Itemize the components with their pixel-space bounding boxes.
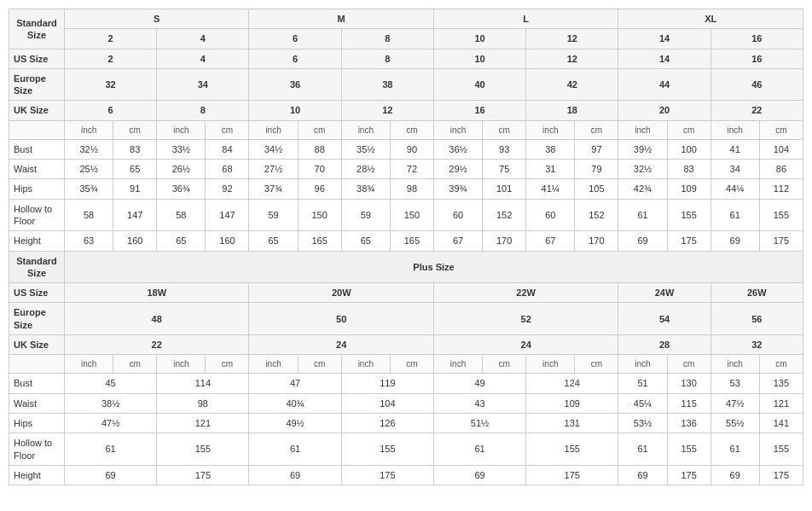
bust-inch-7: 39½ [618, 139, 667, 159]
bust-inch-2: 33½ [157, 139, 206, 159]
plus-hips-cm-2: 126 [341, 413, 433, 433]
unit-cm-8: cm [759, 120, 803, 139]
us-16: 16 [710, 29, 803, 49]
plus-waist-inch-4: 45¼ [618, 393, 667, 413]
plus-unit-cm-2: cm [206, 355, 249, 374]
plus-hips-inch-1: 47½ [65, 413, 157, 433]
standard-header-row: Standard Size S M L XL [9, 9, 803, 29]
plus-hollow-inch-2: 61 [249, 433, 341, 466]
hollow-inch-6: 60 [526, 199, 575, 231]
us-14: 14 [618, 29, 710, 49]
hips-label: Hips [9, 179, 65, 199]
us-val-6: 6 [249, 49, 341, 68]
plus-unit-inch-4: inch [341, 355, 390, 374]
plus-size-label: Plus Size [65, 251, 803, 283]
waist-cm-3: 70 [298, 160, 341, 179]
height-cm-6: 170 [575, 231, 618, 251]
plus-height-cm-4: 175 [667, 465, 710, 485]
plus-waist-inch-5: 47½ [710, 393, 759, 413]
plus-bust-cm-5: 135 [759, 374, 803, 393]
unit-cm-2: cm [206, 120, 249, 139]
us-val-10: 10 [433, 49, 525, 68]
bust-cm-1: 83 [113, 139, 157, 159]
height-inch-6: 67 [526, 231, 575, 251]
plus-eu-48: 48 [65, 303, 249, 335]
plus-unit-inch-8: inch [710, 355, 759, 374]
waist-inch-7: 32½ [618, 160, 667, 179]
us-val-16: 16 [710, 49, 803, 68]
bust-inch-1: 32½ [65, 139, 113, 159]
bust-inch-6: 38 [526, 139, 575, 159]
hips-cm-7: 109 [667, 179, 710, 199]
height-cm-5: 170 [483, 231, 526, 251]
uk-16: 16 [433, 101, 525, 120]
plus-bust-cm-3: 124 [526, 374, 618, 393]
plus-unit-cm-3: cm [298, 355, 341, 374]
unit-cm-6: cm [575, 120, 618, 139]
hollow-inch-1: 58 [65, 199, 113, 231]
plus-height-cm-2: 175 [341, 465, 433, 485]
plus-waist-inch-2: 40¾ [249, 393, 341, 413]
bust-row: Bust 32½ 83 33½ 84 34½ 88 35½ 90 36½ 93 … [9, 139, 803, 159]
l-size-header: L [433, 9, 618, 29]
plus-section-header: Standard Size Plus Size [9, 251, 803, 283]
waist-row: Waist 25½ 65 26½ 68 27½ 70 28½ 72 29½ 75… [9, 160, 803, 179]
plus-bust-label: Bust [9, 374, 65, 393]
plus-waist-inch-1: 38½ [65, 393, 157, 413]
unit-cm-1: cm [113, 120, 157, 139]
hollow-cm-3: 150 [298, 199, 341, 231]
plus-uk-24: 24 [249, 335, 433, 355]
hollow-inch-7: 61 [618, 199, 667, 231]
hips-inch-1: 35¾ [65, 179, 113, 199]
bust-cm-8: 104 [759, 139, 803, 159]
plus-uk-32: 32 [710, 335, 803, 355]
s-size-header: S [65, 9, 249, 29]
waist-cm-4: 72 [390, 160, 433, 179]
plus-europe-size-row: Europe Size 48 50 52 54 56 [9, 303, 803, 335]
hips-row: Hips 35¾ 91 36¾ 92 37¾ 96 38¾ 98 39¾ 101… [9, 179, 803, 199]
plus-us-18w: 18W [65, 283, 249, 303]
bust-cm-7: 100 [667, 139, 710, 159]
plus-waist-label: Waist [9, 393, 65, 413]
plus-hollow-cm-2: 155 [341, 433, 433, 466]
plus-hollow-inch-5: 61 [710, 433, 759, 466]
us-val-2: 2 [65, 49, 157, 68]
waist-cm-8: 86 [759, 160, 803, 179]
uk-20: 20 [618, 101, 710, 120]
plus-uk-24b: 24 [433, 335, 618, 355]
eu-34: 34 [157, 68, 249, 101]
hips-inch-8: 44¼ [710, 179, 759, 199]
plus-unit-row: inch cm inch cm inch cm inch cm inch cm … [9, 355, 803, 374]
plus-height-cm-3: 175 [526, 465, 618, 485]
height-cm-8: 175 [759, 231, 803, 251]
bust-cm-3: 88 [298, 139, 341, 159]
uk-18: 18 [526, 101, 618, 120]
unit-cm-5: cm [483, 120, 526, 139]
us-2: 2 [65, 29, 157, 49]
plus-unit-cm-5: cm [483, 355, 526, 374]
hollow-inch-5: 60 [433, 199, 482, 231]
us-6: 6 [249, 29, 341, 49]
plus-uk-22: 22 [65, 335, 249, 355]
hollow-cm-7: 155 [667, 199, 710, 231]
plus-hollow-cm-5: 155 [759, 433, 803, 466]
plus-uk-size-row: UK Size 22 24 24 28 32 [9, 335, 803, 355]
height-inch-2: 65 [157, 231, 206, 251]
plus-us-26w: 26W [710, 283, 803, 303]
plus-unit-cm-8: cm [759, 355, 803, 374]
unit-inch-8: inch [710, 120, 759, 139]
plus-unit-inch-3: inch [249, 355, 298, 374]
plus-bust-cm-2: 119 [341, 374, 433, 393]
eu-38: 38 [341, 68, 433, 101]
uk-10: 10 [249, 101, 341, 120]
plus-unit-cm-7: cm [667, 355, 710, 374]
plus-bust-inch-4: 51 [618, 374, 667, 393]
unit-inch-1: inch [65, 120, 113, 139]
plus-unit-cm-6: cm [575, 355, 618, 374]
plus-hips-label: Hips [9, 413, 65, 433]
height-inch-7: 69 [618, 231, 667, 251]
height-inch-8: 69 [710, 231, 759, 251]
us-size-label: US Size [9, 49, 65, 68]
eu-36: 36 [249, 68, 341, 101]
bust-inch-5: 36½ [433, 139, 482, 159]
